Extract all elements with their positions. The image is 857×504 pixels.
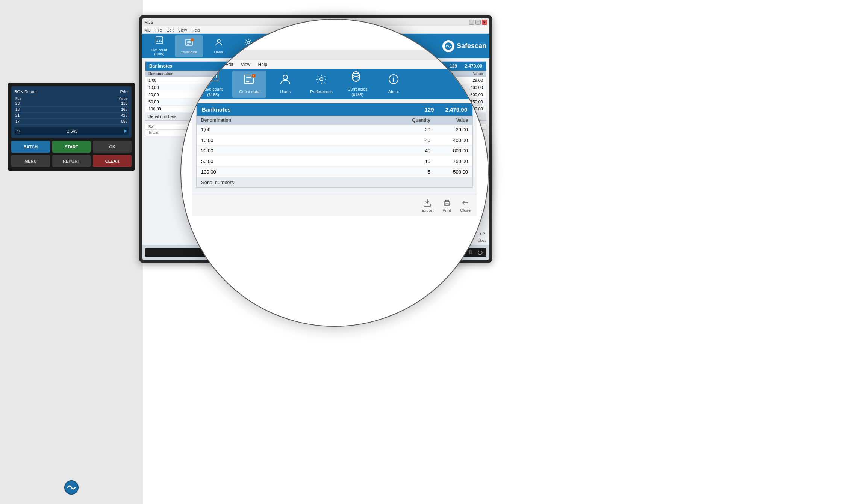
zoom-content: MCS MC File Edit View Help 123 Live coun… (192, 50, 477, 315)
zoom-table-row: 10,0040400,00 (197, 135, 472, 146)
zoom-table-row: 1,002929,00 (197, 125, 472, 135)
zoom-counter-icon: 123 (207, 71, 219, 85)
svg-point-9 (217, 39, 220, 42)
zoom-toolbar-preferences[interactable]: Preferences (304, 71, 338, 98)
zoom-menu-mc[interactable]: MC (196, 62, 203, 67)
machine-area: BGN Report Print Pcs Value 23115 18160 2… (0, 0, 143, 504)
minimize-btn[interactable]: _ (469, 20, 474, 25)
zoom-table-row: 50,0015750,00 (197, 156, 472, 167)
svg-point-29 (320, 78, 323, 81)
footer-totals-label: Totals (148, 131, 175, 135)
app-close-button[interactable]: ↩ Close (478, 230, 486, 243)
zoom-toolbar-currencies[interactable]: Currencies(6185) (341, 71, 374, 98)
ok-button[interactable]: OK (93, 141, 132, 153)
toolbar-live-count-label: Live count(6185) (151, 48, 167, 56)
zoom-serial-label: Serial numbers (201, 180, 234, 185)
zoom-toolbar-live-count[interactable]: 123 Live count(6185) (196, 71, 230, 98)
svg-point-31 (352, 73, 360, 76)
zoom-bottom-actions: Export Print Close (192, 195, 477, 216)
serial-numbers-label: Serial numbers (148, 114, 176, 119)
zoom-currencies-label: Currencies(6185) (347, 86, 367, 97)
clear-button[interactable]: CLEAR (93, 155, 132, 167)
monitor-power[interactable]: ⏻ (477, 249, 483, 255)
display-header-right: Print (120, 89, 129, 94)
zoom-col-value: Value (430, 118, 468, 123)
display-header-left: BGN Report (14, 89, 37, 94)
zoom-count-data-label: Count data (239, 89, 259, 94)
zoom-toolbar: 123 Live count(6185) 1 Count dat (192, 69, 477, 99)
close-btn[interactable]: ✕ (482, 20, 487, 25)
menu-file[interactable]: File (155, 28, 162, 32)
zoom-main: Banknotes 129 2.479,00 Denomination Quan… (192, 99, 477, 195)
col-pcs: Pcs (14, 96, 63, 101)
zoom-close-icon (461, 199, 469, 207)
close-icon: ↩ (479, 230, 485, 238)
zoom-app-title: MCS (196, 52, 207, 57)
zoom-toolbar-users[interactable]: Users (268, 71, 302, 98)
zoom-menu-help[interactable]: Help (258, 62, 268, 67)
footer-value: 2.645 (67, 129, 77, 133)
zoom-table-headers: Denomination Quantity Value (197, 116, 472, 125)
col-value: Value (63, 96, 129, 101)
menu-view[interactable]: View (178, 28, 187, 32)
machine-display: BGN Report Print Pcs Value 23115 18160 2… (11, 86, 132, 138)
zoom-banknotes-header: Banknotes 129 2.479,00 (197, 103, 472, 116)
counter-icon: 123 (155, 36, 164, 47)
zoom-banknotes-value: 2.479,00 (445, 106, 467, 113)
menu-button[interactable]: MENU (11, 155, 50, 167)
menu-mc[interactable]: MC (144, 28, 151, 32)
table-row: 21420 (14, 113, 129, 119)
window-title: MCS (144, 20, 153, 24)
svg-point-37 (393, 77, 394, 78)
zoom-toolbar-about[interactable]: About (377, 71, 410, 98)
menu-help[interactable]: Help (191, 28, 200, 32)
svg-point-34 (352, 77, 360, 80)
toolbar-live-count[interactable]: 123 Live count(6185) (145, 35, 173, 57)
table-row: 23115 (14, 101, 129, 107)
person-icon (214, 38, 223, 49)
zoom-circle: MCS MC File Edit View Help 123 Live coun… (180, 19, 489, 327)
batch-button[interactable]: BATCH (11, 141, 50, 153)
menu-edit[interactable]: Edit (167, 28, 174, 32)
machine-panel: BGN Report Print Pcs Value 23115 18160 2… (8, 83, 135, 171)
report-button[interactable]: REPORT (52, 155, 91, 167)
zoom-menu-view[interactable]: View (241, 62, 251, 67)
start-button[interactable]: START (52, 141, 91, 153)
zoom-gear-icon (315, 74, 327, 88)
zoom-banknotes-title: Banknotes (202, 106, 231, 113)
zoom-live-count-label: Live count(6185) (204, 86, 223, 97)
machine-buttons: BATCH START OK MENU REPORT CLEAR (11, 141, 132, 167)
svg-rect-40 (445, 204, 448, 205)
zoom-col-quantity: Quantity (393, 118, 430, 123)
zoom-list-badge-icon: 1 (243, 74, 255, 88)
zoom-table-row: 20,0040800,00 (197, 146, 472, 156)
svg-text:123: 123 (209, 74, 217, 80)
zoom-print-icon (443, 199, 451, 207)
window-controls: _ □ ✕ (469, 20, 487, 25)
svg-text:123: 123 (156, 38, 162, 42)
zoom-export-button[interactable]: Export (421, 199, 433, 213)
zoom-menu-bar: MC File Edit View Help (192, 60, 477, 69)
display-footer: 77 2.645 ▶ (14, 127, 129, 135)
zoom-toolbar-count-data[interactable]: 1 Count data (232, 71, 266, 98)
zoom-menu-file[interactable]: File (211, 62, 218, 67)
zoom-about-label: About (388, 89, 399, 94)
zoom-col-denomination: Denomination (201, 118, 393, 123)
zoom-print-button[interactable]: Print (442, 199, 451, 213)
maximize-btn[interactable]: □ (475, 20, 481, 25)
table-row: 17850 (14, 119, 129, 125)
display-header: BGN Report Print (14, 89, 129, 94)
safescan-logo-machine (64, 480, 79, 496)
svg-point-28 (283, 75, 288, 80)
zoom-menu-edit[interactable]: Edit (226, 62, 233, 67)
zoom-titlebar: MCS (192, 50, 477, 60)
display-table: Pcs Value 23115 18160 21420 17850 (14, 96, 129, 125)
zoom-banknotes-values: 129 2.479,00 (425, 106, 467, 113)
zoom-info-icon (388, 74, 400, 88)
zoom-export-icon (423, 199, 432, 207)
zoom-close-button[interactable]: Close (460, 199, 471, 213)
svg-text:1: 1 (253, 75, 254, 77)
zoom-banknotes-count: 129 (425, 106, 434, 113)
zoom-person-icon (279, 74, 291, 88)
display-arrow: ▶ (124, 128, 127, 133)
